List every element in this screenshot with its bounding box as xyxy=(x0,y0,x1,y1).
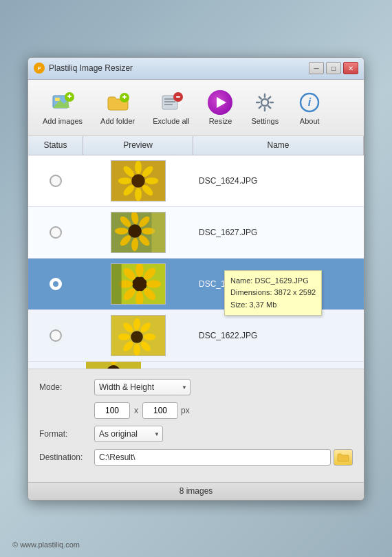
tooltip-size: Size: 3,37 Mb xyxy=(230,299,316,312)
size-unit: px xyxy=(181,406,190,415)
height-input[interactable] xyxy=(142,402,178,419)
svg-point-32 xyxy=(118,177,132,184)
file-list[interactable]: DSC_1624.JPG xyxy=(28,155,364,369)
table-row[interactable]: DSC_1627.JPG xyxy=(28,207,364,259)
row-preview xyxy=(83,261,193,307)
file-info-tooltip: Name: DSC_1629.JPG Dimensions: 3872 x 25… xyxy=(224,270,322,316)
width-input[interactable] xyxy=(94,402,130,419)
col-header-name: Name xyxy=(193,136,364,155)
radio-button[interactable] xyxy=(50,329,62,342)
svg-rect-7 xyxy=(69,94,70,98)
minimize-button[interactable]: ─ xyxy=(309,62,324,74)
svg-point-31 xyxy=(135,187,142,201)
add-folder-button[interactable]: Add folder xyxy=(93,85,142,130)
svg-point-54 xyxy=(146,280,161,288)
svg-point-63 xyxy=(133,343,140,356)
radio-button[interactable] xyxy=(50,278,62,290)
radio-button[interactable] xyxy=(50,175,62,187)
window-title: Plastiliq Image Resizer xyxy=(49,63,309,73)
resize-label: Resize xyxy=(209,117,232,125)
row-filename: DSC_1627.JPG xyxy=(193,228,364,237)
destination-row: Destination: xyxy=(39,449,353,466)
mode-label: Mode: xyxy=(39,382,94,392)
row-status xyxy=(28,329,83,342)
thumbnail xyxy=(111,160,166,201)
row-filename: DSC_1624.JPG xyxy=(193,176,364,186)
thumbnail xyxy=(111,315,166,356)
desktop: P Plastiliq Image Resizer ─ □ ✕ xyxy=(0,0,392,557)
table-row-partial xyxy=(28,362,364,369)
title-bar: P Plastiliq Image Resizer ─ □ ✕ xyxy=(28,58,364,80)
row-filename: DSC_1622.JPG xyxy=(193,331,364,340)
thumbnail xyxy=(111,263,166,305)
settings-button[interactable]: Settings xyxy=(243,85,286,130)
application-window: P Plastiliq Image Resizer ─ □ ✕ xyxy=(28,57,364,501)
exclude-all-icon xyxy=(159,90,184,115)
col-header-status: Status xyxy=(28,136,83,155)
file-list-container: Status Preview Name xyxy=(28,136,364,369)
svg-point-17 xyxy=(261,99,268,106)
mode-select[interactable]: Width & Height Width only Height only Pe… xyxy=(94,379,190,395)
resize-icon xyxy=(208,90,232,115)
radio-button[interactable] xyxy=(50,226,62,239)
row-preview xyxy=(83,157,193,204)
settings-panel: Mode: Width & Height Width only Height o… xyxy=(28,369,364,482)
svg-point-42 xyxy=(115,228,129,234)
svg-line-25 xyxy=(259,106,261,108)
svg-point-30 xyxy=(135,160,142,174)
exclude-all-button[interactable]: Exclude all xyxy=(145,85,197,130)
svg-rect-48 xyxy=(152,212,166,252)
row-preview xyxy=(83,312,193,359)
browse-folder-button[interactable] xyxy=(334,449,353,466)
mode-select-wrapper: Width & Height Width only Height only Pe… xyxy=(94,379,190,395)
format-select[interactable]: As original JPEG PNG BMP TIFF xyxy=(94,426,163,442)
svg-point-64 xyxy=(118,334,131,340)
exclude-all-label: Exclude all xyxy=(153,117,189,125)
svg-rect-59 xyxy=(111,263,122,304)
row-status xyxy=(28,278,83,290)
window-controls: ─ □ ✕ xyxy=(309,62,358,74)
thumbnail xyxy=(111,212,166,253)
add-images-icon xyxy=(50,90,75,115)
svg-rect-16 xyxy=(176,96,180,98)
add-images-label: Add images xyxy=(43,117,83,125)
app-icon: P xyxy=(34,63,45,74)
close-button[interactable]: ✕ xyxy=(343,62,358,74)
status-text: 8 images xyxy=(179,486,213,496)
mode-row: Mode: Width & Height Width only Height o… xyxy=(39,379,353,395)
format-row: Format: As original JPEG PNG BMP TIFF ▼ xyxy=(39,426,353,442)
svg-text:P: P xyxy=(38,66,41,71)
svg-rect-3 xyxy=(55,98,60,101)
format-label: Format: xyxy=(39,429,94,439)
svg-line-22 xyxy=(259,96,261,98)
settings-icon xyxy=(252,90,277,115)
about-icon: i xyxy=(297,90,322,115)
svg-rect-10 xyxy=(124,95,125,99)
table-row[interactable]: DSC_1622.JPG xyxy=(28,310,364,362)
destination-input[interactable] xyxy=(94,449,331,466)
about-button[interactable]: i About xyxy=(289,85,330,130)
maximize-button[interactable]: □ xyxy=(326,62,341,74)
row-status xyxy=(28,175,83,187)
copyright-text: © www.plastiliq.com xyxy=(12,540,80,549)
resize-button[interactable]: Resize xyxy=(199,85,241,130)
size-row: x px xyxy=(94,402,353,419)
row-preview xyxy=(83,209,193,256)
add-folder-label: Add folder xyxy=(100,117,135,125)
svg-point-65 xyxy=(144,334,156,340)
table-row[interactable]: DSC_1624.JPG xyxy=(28,155,364,207)
add-images-button[interactable]: Add images xyxy=(35,85,90,130)
svg-line-24 xyxy=(269,96,271,98)
status-bar: 8 images xyxy=(28,482,364,500)
add-folder-icon xyxy=(105,90,130,115)
format-select-wrapper: As original JPEG PNG BMP TIFF ▼ xyxy=(94,426,163,442)
col-header-preview: Preview xyxy=(83,136,193,155)
svg-point-33 xyxy=(145,177,159,184)
list-header: Status Preview Name xyxy=(28,136,364,155)
row-status xyxy=(28,226,83,239)
size-separator: x xyxy=(134,406,138,415)
about-label: About xyxy=(300,117,320,125)
tooltip-name: Name: DSC_1629.JPG xyxy=(230,275,316,287)
svg-text:i: i xyxy=(308,96,312,108)
destination-label: Destination: xyxy=(39,452,94,462)
